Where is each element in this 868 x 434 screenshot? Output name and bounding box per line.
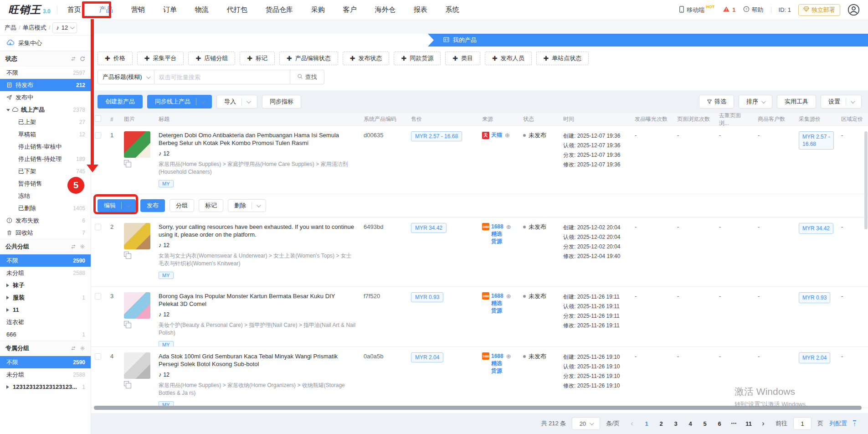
goto-page-input[interactable] xyxy=(793,417,812,430)
nav-item-采购[interactable]: 采购 xyxy=(311,5,325,14)
sidebar-item-待发布[interactable]: 待发布212 xyxy=(0,79,91,91)
sidebar-item-未分组[interactable]: 未分组2588 xyxy=(0,368,91,381)
sidebar-item-不限[interactable]: 不限2590 xyxy=(0,356,91,368)
source-name[interactable]: 1688 xyxy=(491,293,503,299)
source-price-badge[interactable]: MYR 2.04 xyxy=(799,352,830,363)
sidebar-item-发布失败[interactable]: 发布失败6 xyxy=(0,214,91,227)
page-button-5[interactable]: 5 xyxy=(699,417,711,430)
claim-overlay-icon[interactable] xyxy=(124,252,129,257)
page-button-1[interactable]: 1 xyxy=(640,417,653,430)
sidebar-item-11[interactable]: 11 xyxy=(0,304,91,316)
sidebar-item-线上产品[interactable]: 线上产品2378 xyxy=(0,103,91,116)
row-checkbox[interactable] xyxy=(95,293,101,300)
filter-chip-产品编辑状态[interactable]: ✚产品编辑状态 xyxy=(279,52,338,65)
同步线上产品-button[interactable]: 同步线上产品 xyxy=(147,95,212,108)
product-thumbnail[interactable] xyxy=(124,352,150,379)
nav-item-报表[interactable]: 报表 xyxy=(414,5,427,14)
nav-item-代打包[interactable]: 代打包 xyxy=(227,5,247,14)
prev-page-button[interactable]: ‹ xyxy=(626,417,638,430)
product-title[interactable]: Ada Stok 100ml Grid Semburan Kaca Tebal … xyxy=(159,352,356,368)
claim-overlay-icon[interactable] xyxy=(124,381,129,386)
page-size-select[interactable]: 20 xyxy=(572,417,600,430)
collapse-arrow-icon[interactable] xyxy=(6,308,11,312)
alert-indicator[interactable]: 1 xyxy=(723,6,735,14)
filter-chip-标记[interactable]: ✚标记 xyxy=(240,52,275,65)
nav-item-货品仓库[interactable]: 货品仓库 xyxy=(266,5,293,14)
sidebar-item-123123123123123123...[interactable]: 123123123123123123...1 xyxy=(0,381,91,393)
product-thumbnail[interactable] xyxy=(124,292,150,319)
search-field-selector[interactable]: 产品标题(模糊) xyxy=(98,70,154,84)
创建新产品-button[interactable]: 创建新产品 xyxy=(98,95,143,108)
chevron-down-icon[interactable] xyxy=(122,204,129,207)
page-button-4[interactable]: 4 xyxy=(684,417,697,430)
sidebar-item-连衣裙[interactable]: 连衣裙 xyxy=(0,316,91,328)
filter-chip-发布人员[interactable]: ✚发布人员 xyxy=(485,52,532,65)
实用工具-button[interactable]: 实用工具 xyxy=(777,95,816,108)
tab-my-products[interactable]: 我的产品 xyxy=(443,36,477,44)
sidebar-item-暂停销售[interactable]: 暂停销售 xyxy=(0,177,91,190)
claim-overlay-icon[interactable] xyxy=(124,160,129,165)
column-config-link[interactable]: 列配置 xyxy=(829,419,847,428)
collapse-arrow-icon[interactable] xyxy=(6,385,11,389)
horizontal-scrollbar[interactable] xyxy=(94,406,862,410)
nav-item-首页[interactable]: 首页 xyxy=(67,5,81,14)
nav-item-客户[interactable]: 客户 xyxy=(343,5,357,14)
发布-button[interactable]: 发布 xyxy=(140,199,165,212)
search-input[interactable] xyxy=(154,70,290,84)
page-button-2[interactable]: 2 xyxy=(655,417,668,430)
page-button-6[interactable]: 6 xyxy=(713,417,726,430)
sidebar-item-袜子[interactable]: 袜子 xyxy=(0,279,91,291)
circle-plus-icon[interactable]: ⊕ xyxy=(506,223,511,230)
expand-arrow-icon[interactable] xyxy=(6,109,10,113)
sidebar-item-服装[interactable]: 服装1 xyxy=(0,291,91,304)
deploy-button[interactable]: 独立部署 xyxy=(798,4,840,16)
filter-chip-发布状态[interactable]: ✚发布状态 xyxy=(343,52,390,65)
删除-button[interactable]: 删除 xyxy=(228,199,266,212)
transfer-icon[interactable] xyxy=(71,244,76,249)
filter-chip-采集平台[interactable]: ✚采集平台 xyxy=(137,52,184,65)
sidebar-item-草稿箱[interactable]: 草稿箱12 xyxy=(0,128,91,140)
breadcrumb-product[interactable]: 产品 xyxy=(5,24,16,32)
nav-item-订单[interactable]: 订单 xyxy=(163,5,177,14)
编辑-button[interactable]: 编辑 xyxy=(98,199,136,212)
nav-item-海外仓[interactable]: 海外仓 xyxy=(375,5,395,14)
user-avatar[interactable] xyxy=(847,4,860,16)
sidebar-item-停止销售-审核中[interactable]: 停止销售-审核中 xyxy=(0,140,91,153)
source-price-badge[interactable]: MYR 34.42 xyxy=(799,223,833,234)
sidebar-item-未分组[interactable]: 未分组2588 xyxy=(0,267,91,279)
chevron-down-icon[interactable] xyxy=(846,100,854,103)
筛选-button[interactable]: 筛选 xyxy=(699,95,734,108)
sidebar-item-不限[interactable]: 不限2590 xyxy=(0,254,91,267)
sidebar-item-已上架[interactable]: 已上架27 xyxy=(0,116,91,128)
nav-item-营销[interactable]: 营销 xyxy=(131,5,145,14)
设置-button[interactable]: 设置 xyxy=(821,95,862,108)
row-checkbox[interactable] xyxy=(95,132,101,139)
shop-selector[interactable]: ♪ 12 xyxy=(52,22,77,33)
circle-plus-icon[interactable]: ⊕ xyxy=(506,293,511,300)
分组-button[interactable]: 分组 xyxy=(169,199,194,212)
search-button[interactable]: 查找 xyxy=(290,70,324,84)
transfer-icon[interactable] xyxy=(71,346,76,351)
nav-item-系统[interactable]: 系统 xyxy=(446,5,459,14)
back-to-top-icon[interactable]: ↑ xyxy=(853,420,856,427)
排序-button[interactable]: 排序 xyxy=(739,95,772,108)
filter-chip-类目[interactable]: ✚类目 xyxy=(445,52,480,65)
同步指标-button[interactable]: 同步指标 xyxy=(262,95,301,108)
circle-plus-icon[interactable]: ⊕ xyxy=(506,353,511,360)
price-badge[interactable]: MYR 34.42 xyxy=(411,223,447,233)
collapse-arrow-icon[interactable] xyxy=(6,296,11,300)
page-button-11[interactable]: 11 xyxy=(742,417,755,430)
source-price-badge[interactable]: MYR 2.57 - 16.68 xyxy=(799,131,834,150)
price-badge[interactable]: MYR 2.57 - 16.68 xyxy=(411,131,462,141)
product-title[interactable]: Detergen Dobi Omo Antibakteria dan Pembu… xyxy=(159,131,356,147)
circle-plus-icon[interactable]: ⊕ xyxy=(505,132,510,139)
source-name[interactable]: 1688 xyxy=(491,223,503,230)
nav-item-物流[interactable]: 物流 xyxy=(195,5,209,14)
vertical-scrollbar[interactable] xyxy=(864,131,868,229)
collapse-arrow-icon[interactable] xyxy=(6,284,11,287)
sidebar-item-发布中[interactable]: 发布中 xyxy=(0,91,91,103)
filter-chip-同款货源[interactable]: ✚同款货源 xyxy=(394,52,441,65)
row-checkbox[interactable] xyxy=(95,353,101,360)
collect-center-link[interactable]: 采集中心 xyxy=(0,36,91,51)
select-all-checkbox[interactable] xyxy=(95,115,101,122)
